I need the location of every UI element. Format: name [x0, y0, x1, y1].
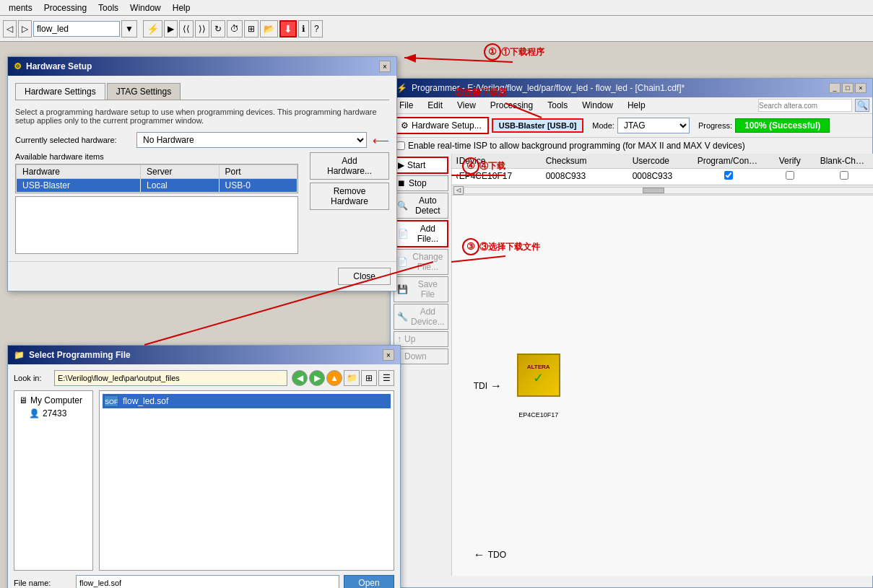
hw-currently-selected-row: Currently selected hardware: No Hardware… — [15, 132, 389, 148]
scrollbar-horizontal[interactable]: ◁ ▷ — [452, 185, 873, 195]
hw-dialog-desc: Select a programming hardware setup to u… — [15, 107, 389, 125]
progress-value: 100% (Successful) — [744, 120, 820, 131]
add-device-btn[interactable]: 🔧 Add Device... — [394, 304, 448, 330]
hw-row-server: Local — [141, 179, 219, 193]
toolbar-rewind-btn[interactable]: ⟨⟨ — [179, 20, 194, 38]
stop-label: Stop — [409, 178, 427, 188]
col-program: Program/Configure — [696, 155, 761, 167]
file-name-label: File name: — [14, 579, 71, 587]
toolbar-open-btn[interactable]: 📂 — [260, 20, 278, 38]
row-program-checkbox[interactable] — [696, 170, 761, 183]
toolbar-compile-btn[interactable]: ⚡ — [143, 20, 162, 38]
nav-up-btn[interactable]: ▲ — [326, 370, 342, 386]
nav-folder-btn[interactable]: 📁 — [344, 370, 360, 386]
row-blank-check-checkbox[interactable] — [819, 170, 869, 183]
scroll-track[interactable] — [464, 187, 873, 194]
mode-label: Mode: — [592, 121, 614, 130]
prog-search-input[interactable] — [758, 99, 852, 112]
enable-tsp-checkbox[interactable] — [396, 141, 405, 150]
file-item-flow-led-sof[interactable]: SOF flow_led.sof — [103, 394, 391, 408]
toolbar-grid-btn[interactable]: ⊞ — [244, 20, 259, 38]
svg-line-0 — [404, 58, 513, 62]
up-btn[interactable]: ↑ Up — [394, 331, 448, 347]
prog-menu-tools[interactable]: Tools — [542, 99, 573, 112]
prog-search-btn[interactable]: 🔍 — [855, 99, 869, 112]
toolbar-refresh-btn[interactable]: ↻ — [211, 20, 225, 38]
down-btn[interactable]: ↓ Down — [394, 348, 448, 364]
row-verify-checkbox[interactable] — [761, 170, 819, 183]
prog-menu-edit[interactable]: Edit — [422, 99, 448, 112]
menu-tools[interactable]: Tools — [92, 1, 124, 14]
col-verify: Verify — [761, 155, 819, 167]
hw-row-hardware: USB-Blaster — [17, 179, 141, 193]
tree-item-mycomputer[interactable]: 🖥 My Computer — [17, 394, 90, 407]
project-name-input[interactable] — [33, 21, 120, 37]
prog-menu-view[interactable]: View — [451, 99, 482, 112]
scroll-left-btn[interactable]: ◁ — [453, 186, 464, 195]
prog-menu-processing[interactable]: Processing — [485, 99, 539, 112]
save-file-btn[interactable]: 💾 Save File — [394, 276, 448, 302]
col-usercode: Usercode — [631, 155, 696, 167]
annotation-step1: ①①下载程序 — [484, 42, 544, 61]
back-btn[interactable]: ◁ — [3, 20, 17, 38]
add-hardware-btn[interactable]: Add Hardware... — [310, 152, 389, 180]
hw-dialog-close-btn[interactable]: × — [379, 61, 391, 72]
prog-hw-setup-btn[interactable]: ⚙ Hardware Setup... — [394, 117, 489, 134]
nav-view-btn[interactable]: ⊞ — [361, 370, 377, 386]
tab-hardware-settings[interactable]: Hardware Settings — [15, 83, 105, 100]
nav-list-btn[interactable]: ☰ — [378, 370, 394, 386]
tree-item-27433[interactable]: 👤 27433 — [17, 407, 90, 420]
menu-processing[interactable]: Processing — [38, 1, 92, 14]
add-device-icon: 🔧 — [397, 312, 408, 322]
file-name-input[interactable] — [76, 575, 339, 588]
prog-table-row[interactable]: output_files/flow_led... EP4CE10F17 0008… — [452, 169, 873, 185]
look-in-input[interactable] — [54, 370, 287, 386]
mode-select[interactable]: JTAG — [617, 118, 690, 133]
down-label: Down — [404, 351, 427, 361]
file-dialog-icon: 📁 — [14, 350, 25, 360]
hardware-setup-dialog: ⚙ Hardware Setup × Hardware Settings JTA… — [7, 56, 397, 291]
scroll-thumb[interactable] — [643, 188, 664, 193]
usb-blaster-btn[interactable]: USB-Blaster [USB-0] — [492, 118, 584, 133]
hw-row-port: USB-0 — [219, 179, 297, 193]
menu-help[interactable]: Help — [167, 1, 196, 14]
sof-file-icon: SOF — [104, 395, 118, 407]
row-examine-checkbox[interactable] — [869, 170, 873, 183]
file-dialog-close-btn[interactable]: × — [383, 349, 394, 361]
remove-hardware-btn[interactable]: Remove Hardware — [310, 183, 389, 210]
change-file-btn[interactable]: 📄 Change File... — [394, 249, 448, 275]
toolbar-help-btn[interactable]: ? — [310, 20, 323, 38]
toolbar-arrow-btn[interactable]: ▶ — [164, 20, 178, 38]
hw-col-server: Server — [141, 165, 219, 179]
tree-item-27433-label: 27433 — [43, 408, 66, 418]
menu-ments[interactable]: ments — [3, 1, 38, 14]
prog-menu-file[interactable]: File — [394, 99, 419, 112]
chip-name: EP4CE10F17 — [517, 411, 560, 418]
file-dialog-title-text: Select Programming File — [29, 350, 131, 360]
nav-forward-btn[interactable]: ▶ — [309, 370, 325, 386]
open-btn[interactable]: Open — [344, 575, 394, 588]
add-file-btn[interactable]: 📄 Add File... — [394, 220, 448, 247]
currently-selected-select[interactable]: No Hardware USB-Blaster [USB-0] — [136, 132, 367, 148]
hw-close-btn[interactable]: Close — [338, 268, 391, 285]
toolbar-fast-btn[interactable]: ⟩⟩ — [195, 20, 209, 38]
start-btn[interactable]: ▶ Start — [394, 157, 448, 174]
stop-btn[interactable]: ⏹ Stop — [394, 175, 448, 191]
auto-detect-btn[interactable]: 🔍 Auto Detect — [394, 193, 448, 219]
prog-menu-help[interactable]: Help — [622, 99, 651, 112]
nav-back-btn[interactable]: ◀ — [292, 370, 308, 386]
add-file-label: Add File... — [412, 224, 444, 244]
prog-menu-window[interactable]: Window — [576, 99, 619, 112]
dropdown-btn[interactable]: ▼ — [121, 20, 137, 38]
forward-btn[interactable]: ▷ — [18, 20, 32, 38]
menu-window[interactable]: Window — [124, 1, 167, 14]
toolbar-info-btn[interactable]: ℹ — [298, 20, 309, 38]
prog-close-btn[interactable]: × — [855, 83, 867, 93]
hw-table-row[interactable]: USB-Blaster Local USB-0 — [17, 179, 297, 193]
prog-maximize-btn[interactable]: □ — [842, 83, 854, 93]
toolbar-timer-btn[interactable]: ⏱ — [227, 20, 243, 38]
tab-jtag-settings[interactable]: JTAG Settings — [107, 83, 181, 100]
prog-minimize-btn[interactable]: _ — [829, 83, 841, 93]
toolbar-download-btn[interactable]: ⬇ — [279, 20, 297, 38]
file-tree: 🖥 My Computer 👤 27433 — [14, 390, 93, 571]
